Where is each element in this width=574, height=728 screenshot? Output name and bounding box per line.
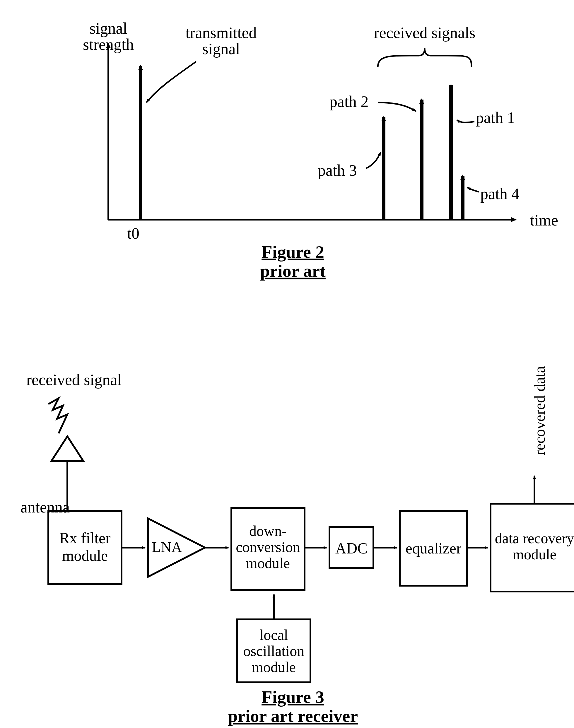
figure-3: received signal antenna Rx filter module… — [20, 366, 574, 726]
y-axis-label-2: strength — [83, 36, 134, 53]
x-axis-label: time — [530, 211, 558, 229]
path2-label: path 2 — [329, 93, 368, 111]
down-conv-label-2: conversion — [236, 539, 300, 555]
path1-leader — [457, 120, 475, 122]
figure2-title: Figure 2 — [261, 242, 324, 261]
local-osc-label-1: local — [259, 627, 288, 643]
transmitted-label-1: transmitted — [186, 24, 257, 42]
data-recovery-label-2: module — [512, 546, 557, 562]
path3-leader — [366, 152, 381, 168]
local-osc-label-3: module — [252, 659, 296, 675]
equalizer-label: equalizer — [406, 540, 461, 557]
figure2-subtitle: prior art — [260, 261, 326, 281]
antenna-label: antenna — [20, 499, 70, 516]
path4-leader — [467, 187, 479, 192]
down-conv-label-1: down- — [249, 523, 287, 539]
received-signal-label: received signal — [26, 371, 122, 389]
figure-2: signal strength time t0 transmitted sign… — [83, 19, 558, 281]
t0-label: t0 — [127, 225, 139, 242]
local-osc-label-2: oscillation — [243, 643, 304, 659]
rx-filter-label-2: module — [62, 547, 108, 564]
path3-label: path 3 — [318, 162, 357, 179]
lna-label: LNA — [152, 539, 182, 555]
path1-label: path 1 — [476, 109, 515, 127]
recovered-data-label: recovered data — [531, 366, 548, 455]
figure3-title: Figure 3 — [261, 687, 324, 706]
antenna-icon — [51, 436, 83, 461]
transmitted-label-2: signal — [202, 40, 240, 58]
transmitted-leader — [147, 61, 196, 102]
axes — [108, 44, 516, 220]
y-axis-label-1: signal — [90, 19, 127, 37]
figure3-subtitle: prior art receiver — [228, 706, 358, 726]
path4-label: path 4 — [480, 185, 519, 203]
received-signals-label: received signals — [374, 24, 475, 42]
data-recovery-label-1: data recovery — [495, 530, 574, 547]
down-conv-label-3: module — [246, 555, 290, 571]
rx-filter-label-1: Rx filter — [59, 530, 111, 547]
lightning-icon — [48, 398, 67, 433]
path2-leader — [378, 102, 416, 111]
adc-label: ADC — [335, 540, 368, 557]
received-bracket — [378, 48, 472, 67]
